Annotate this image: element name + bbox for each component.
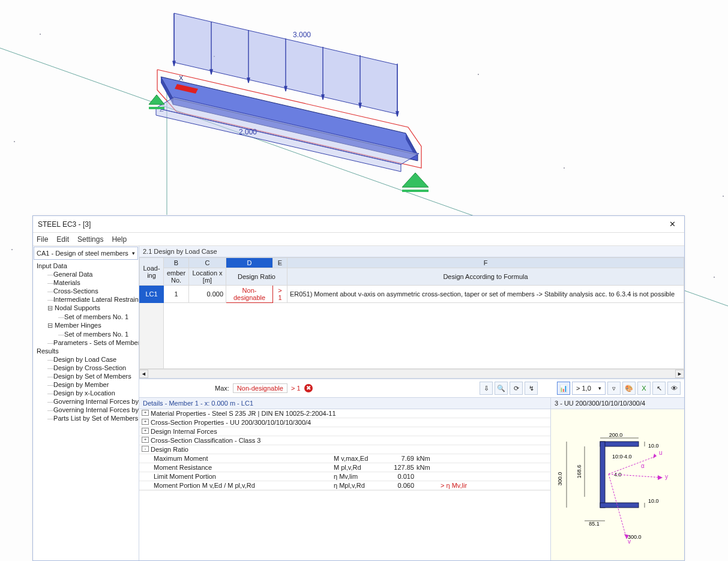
menu-file[interactable]: File [37, 235, 48, 244]
tree-item[interactable]: Member Hinges [33, 321, 139, 330]
svg-point-2 [478, 74, 479, 75]
tree-item[interactable]: Design by Member [33, 380, 139, 389]
svg-marker-24 [396, 112, 399, 116]
svg-text:10.0: 10.0 [648, 498, 659, 504]
results-grid[interactable]: Load- ing B C D E F ember No. Location x… [139, 257, 684, 379]
svg-marker-23 [359, 103, 361, 108]
section-title: 3 - UU 200/300/10/10/10/300/4 [551, 398, 684, 409]
tree-item[interactable]: Parts List by Set of Members [33, 414, 139, 422]
col-member: ember No. [164, 268, 189, 286]
svg-text:300.0: 300.0 [557, 472, 563, 486]
chevron-down-icon: ▾ [132, 250, 135, 256]
dim-value: 2.000 [239, 128, 257, 136]
detail-row: Limit Moment Portionη Mv,lim0.010 [139, 472, 550, 481]
menubar: File Edit Settings Help [33, 233, 684, 246]
svg-marker-18 [173, 61, 175, 66]
detail-node[interactable]: +Cross-Section Classification - Class 3 [139, 436, 550, 445]
svg-marker-21 [284, 86, 287, 91]
svg-rect-46 [600, 442, 605, 508]
svg-marker-32 [149, 95, 164, 104]
tool-btn-chart[interactable]: 📊 [557, 382, 570, 395]
svg-marker-35 [402, 190, 429, 192]
tree-item[interactable]: Design by x-Location [33, 389, 139, 397]
col-location: Location x [m] [189, 268, 226, 286]
svg-text:168.6: 168.6 [576, 465, 582, 479]
tool-eye[interactable]: 👁 [667, 382, 681, 395]
tree-item[interactable]: Cross-Sections [33, 287, 139, 295]
case-dropdown[interactable]: CA1 - Design of steel members▾ [34, 247, 138, 260]
svg-point-0 [40, 34, 41, 35]
tree-item[interactable]: General Data [33, 270, 139, 278]
tree-item[interactable]: Input Data [33, 262, 139, 270]
detail-row: Moment ResistanceM pl,v,Rd127.85kNm [139, 463, 550, 472]
result-row[interactable]: LC1 1 0.000 Non-designable > 1 ER051) Mo… [140, 286, 684, 303]
svg-point-7 [714, 277, 715, 278]
tool-colors[interactable]: 🎨 [622, 382, 636, 395]
menu-edit[interactable]: Edit [56, 235, 69, 244]
tree-item[interactable]: Governing Internal Forces by M [33, 397, 139, 406]
detail-row: Moment Portion M v,Ed / M pl,v,Rdη Mpl,v… [139, 481, 550, 490]
col-design: Design Ratio [226, 268, 287, 286]
svg-point-6 [11, 249, 13, 250]
svg-marker-34 [402, 173, 429, 187]
main-panel: 2.1 Design by Load Case Load- ing B C D … [139, 246, 684, 560]
tool-pick[interactable]: ↖ [652, 382, 666, 395]
tree-item[interactable]: Design by Load Case [33, 355, 139, 364]
titlebar[interactable]: STEEL EC3 - [3] ✕ [33, 216, 684, 233]
detail-node[interactable]: +Cross-Section Properties - UU 200/300/1… [139, 418, 550, 427]
scale-dropdown[interactable]: > 1,0▾ [572, 382, 606, 395]
max-status: Non-designable [233, 383, 287, 393]
tree-item[interactable]: Design by Cross-Section [33, 364, 139, 372]
tool-btn-2[interactable]: 🔍 [495, 382, 508, 395]
tree-item[interactable]: Set of members No. 1 [33, 313, 139, 321]
tree-item[interactable]: Nodal Supports [33, 304, 139, 313]
tree-item[interactable]: Design by Set of Members [33, 372, 139, 380]
details-title: Details - Member 1 - x: 0.000 m - LC1 [139, 398, 550, 409]
col-formula: Design According to Formula [287, 268, 684, 286]
svg-point-4 [564, 167, 565, 169]
max-bar: Max: Non-designable > 1 ✖ ⇩ 🔍 ⟳ ↯ 📊 > 1,… [139, 379, 684, 398]
svg-marker-33 [149, 107, 164, 109]
svg-point-5 [723, 196, 724, 197]
section-diagram[interactable]: 200.0 10.0 10:0·4.0 10.0 4.0 300.0 168.6… [551, 409, 684, 560]
svg-marker-20 [247, 78, 250, 83]
tree-item[interactable]: Materials [33, 278, 139, 287]
svg-text:u: u [659, 449, 663, 456]
detail-row: Maximum MomentM v,max,Ed7.69kNm [139, 454, 550, 463]
detail-node[interactable]: -Design Ratio [139, 445, 550, 454]
svg-marker-22 [322, 95, 324, 100]
svg-marker-59 [658, 475, 663, 480]
menu-help[interactable]: Help [112, 235, 127, 244]
tool-btn-3[interactable]: ⟳ [510, 382, 523, 395]
svg-text:85.1: 85.1 [589, 521, 600, 527]
svg-marker-19 [210, 70, 212, 74]
tree-item[interactable]: Governing Internal Forces by S [33, 406, 139, 414]
svg-point-3 [14, 141, 15, 142]
svg-text:10:0·4.0: 10:0·4.0 [612, 454, 632, 460]
svg-text:v: v [628, 538, 631, 545]
results-section-title: 2.1 Design by Load Case [139, 246, 684, 257]
tree-item[interactable]: Set of members No. 1 [33, 330, 139, 338]
navigation-tree[interactable]: Input DataGeneral DataMaterialsCross-Sec… [33, 260, 139, 560]
details-panel[interactable]: Details - Member 1 - x: 0.000 m - LC1 +M… [139, 398, 551, 560]
tree-item[interactable]: Intermediate Lateral Restraints [33, 295, 139, 304]
tree-item[interactable]: Parameters - Sets of Members [33, 338, 139, 347]
tree-item[interactable]: Results [33, 347, 139, 355]
load-value: 3.000 [293, 31, 311, 39]
close-button[interactable]: ✕ [665, 217, 679, 232]
section-diagram-panel: 3 - UU 200/300/10/10/10/300/4 200.0 10.0… [551, 398, 684, 560]
error-icon: ✖ [304, 384, 313, 392]
detail-node[interactable]: +Material Properties - Steel S 235 JR | … [139, 409, 550, 418]
menu-settings[interactable]: Settings [77, 235, 103, 244]
window-title: STEEL EC3 - [3] [38, 220, 665, 229]
svg-text:200.0: 200.0 [609, 432, 623, 438]
col-loading: Load- ing [140, 258, 164, 286]
tool-excel[interactable]: X [637, 382, 651, 395]
tool-btn-1[interactable]: ⇩ [480, 382, 493, 395]
tool-filter[interactable]: ▿ [607, 382, 621, 395]
axis-x-label: X [179, 74, 184, 82]
grid-scrollbar[interactable]: ◄► [139, 369, 684, 378]
tool-btn-4[interactable]: ↯ [525, 382, 538, 395]
detail-node[interactable]: +Design Internal Forces [139, 427, 550, 436]
svg-text:10.0: 10.0 [648, 443, 659, 449]
